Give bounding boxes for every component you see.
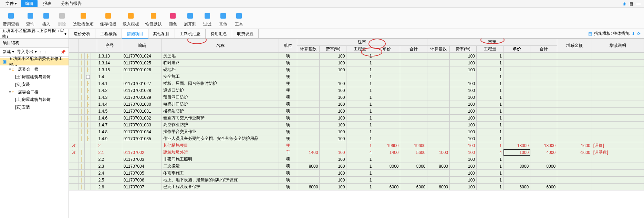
cell[interactable]: 非夜间施工照明 [162,156,279,163]
cell[interactable] [297,142,319,149]
cell[interactable]: 1 [477,170,503,177]
cell[interactable] [297,94,319,101]
cell[interactable]: 100 [449,177,476,184]
expand-icon[interactable]: ▾ [9,67,11,72]
cell[interactable] [592,101,644,108]
col-mc[interactable]: 名称 [162,39,279,53]
cell[interactable] [530,122,557,128]
cell[interactable]: 楼板、屋面、阳台等临时防护 [162,80,279,87]
cell[interactable]: 2.1 [97,149,122,156]
cell[interactable]: 1 [477,108,503,115]
cell[interactable]: 1.4 [97,73,122,80]
cell[interactable] [400,94,427,101]
cell[interactable] [400,87,427,94]
cell[interactable]: 项 [279,53,297,60]
cell[interactable]: 作业人员具备必要的安全帽、安全带等安全防护用品 [162,135,279,142]
cell[interactable]: 项 [279,142,297,149]
cell[interactable] [427,135,449,142]
cell[interactable]: 1 [346,60,373,66]
report-menu[interactable]: 报表 [39,0,55,7]
cell[interactable] [557,156,592,163]
cell[interactable]: 1 [477,122,503,128]
ribbon-expand[interactable]: 展开到 [184,11,196,27]
cell[interactable]: [调基数] [592,149,644,156]
cell[interactable]: 100 [320,163,346,170]
cell[interactable] [373,156,400,163]
cell[interactable] [557,163,592,170]
cell[interactable]: 1 [346,128,373,135]
cell[interactable] [373,53,400,60]
cell[interactable] [400,53,427,60]
cell[interactable]: 100 [320,156,346,163]
cell[interactable]: 其他措施项目 [162,142,279,149]
table-row[interactable]: │├1.4.2011707001028通道口防护项10011001 [69,87,644,94]
cell[interactable] [557,115,592,122]
cell[interactable]: 1 [477,73,503,80]
cell[interactable]: 预留洞口防护 [162,94,279,101]
col-a-fl[interactable]: 费率(%) [449,46,476,53]
cell[interactable]: 楼梯边防护 [162,108,279,115]
cell[interactable] [592,94,644,101]
cell[interactable]: 2.5 [97,177,122,184]
cell[interactable]: 二次搬运 [162,163,279,170]
cell[interactable] [530,80,557,87]
ribbon-save-tpl[interactable]: 保存模板 [100,11,116,27]
cell[interactable]: 1 [477,128,503,135]
table-row[interactable]: │2.3011707004二次搬运项8000100180008000800010… [69,163,644,170]
tab-5[interactable]: 费用汇总 [206,29,232,39]
table-row[interactable]: │2.2011707003非夜间施工照明项10011001 [69,156,644,163]
table-row[interactable]: │2.5011707006地上、地下设施、建筑物的临时保护设施项10011001 [69,177,644,184]
cell[interactable] [69,108,79,115]
cell[interactable] [400,115,427,122]
cell[interactable]: 100 [320,87,346,94]
cell[interactable]: 1400 [297,149,319,156]
cell[interactable] [373,177,400,184]
cell[interactable]: 8000 [530,163,557,170]
cell[interactable]: 100 [320,135,346,142]
cell[interactable]: 1000 [427,149,449,156]
ribbon-other[interactable]: 其他 [218,11,228,27]
cell[interactable] [557,177,592,184]
cell[interactable]: 100 [449,149,476,156]
col-s-dj[interactable]: 单价 [373,46,400,53]
cell[interactable]: 100 [320,66,346,73]
col-s-fl[interactable]: 费率(%) [320,46,346,53]
ribbon-insert[interactable]: 插入 [41,11,51,27]
cell[interactable] [530,60,557,66]
cell[interactable] [373,87,400,94]
cell[interactable] [69,135,79,142]
cell[interactable] [530,170,557,177]
user-icon[interactable]: ◉ [623,1,627,6]
refresh-icon[interactable]: ⟳ [637,31,641,36]
cell[interactable] [373,128,400,135]
col-s-hj[interactable]: 合计 [400,46,427,53]
ribbon-fee-view[interactable]: 费用查看 [3,11,19,27]
down-icon[interactable]: ↓ [44,50,46,54]
cell[interactable] [530,115,557,122]
table-row[interactable]: │├1.4.1011707001027楼板、屋面、阳台等临时防护项1001100… [69,80,644,87]
cell[interactable]: 1 [346,73,373,80]
cell[interactable] [503,60,530,66]
cell[interactable] [503,177,530,184]
cell[interactable] [427,156,449,163]
ribbon-color[interactable]: 颜色 [168,11,178,27]
cell[interactable]: 2.4 [97,170,122,177]
cell[interactable] [592,60,644,66]
cell[interactable]: 项 [279,87,297,94]
cell[interactable]: 项 [279,115,297,122]
pin-icon[interactable]: 📌 [61,50,66,54]
down-arrow-icon[interactable]: ⬇ [632,31,635,36]
cell[interactable] [373,115,400,122]
cell[interactable]: 6000 [530,184,557,190]
cell[interactable] [69,170,79,177]
cell[interactable]: 项 [279,170,297,177]
cell[interactable] [427,87,449,94]
cell[interactable]: 011707001027 [122,80,162,87]
cell[interactable] [69,80,79,87]
cell[interactable]: 100 [320,108,346,115]
cell[interactable] [427,53,449,60]
cell[interactable] [503,80,530,87]
min-icon[interactable]: — [636,1,641,6]
cell[interactable]: 1 [477,94,503,101]
cell[interactable]: 项 [279,60,297,66]
